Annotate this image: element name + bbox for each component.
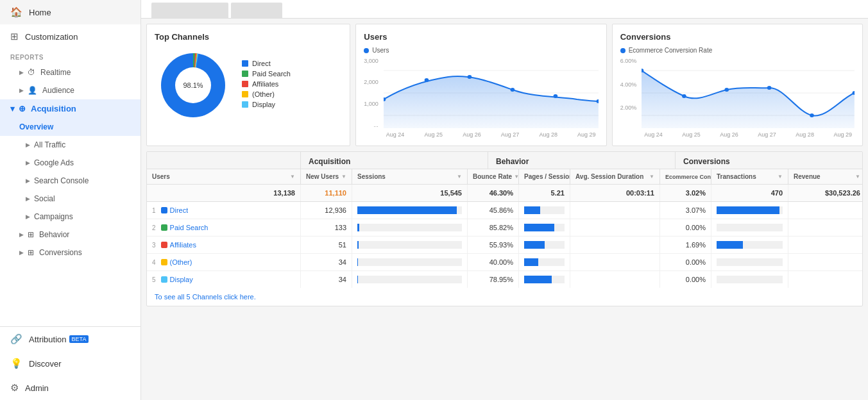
row-rank-4: 5 bbox=[152, 276, 156, 283]
tab-bar bbox=[141, 0, 868, 19]
row-channel-2: 3 Affiliates bbox=[147, 237, 301, 253]
behavior-icon: ⊞ bbox=[28, 230, 34, 239]
sidebar-item-conversions[interactable]: ▶ ⊞ Conversions bbox=[0, 244, 140, 262]
col-avg-sort[interactable]: ▼ bbox=[649, 174, 654, 179]
row-pages-3 bbox=[570, 254, 660, 271]
sidebar-sub-search-console[interactable]: ▶ Search Console bbox=[0, 172, 140, 190]
sidebar-sub-social[interactable]: ▶ Social bbox=[0, 190, 140, 208]
row-rank-0: 1 bbox=[152, 207, 156, 214]
users-y-axis: 3,000 2,000 1,000 ... bbox=[364, 58, 381, 128]
col-new-users-label: New Users bbox=[306, 173, 339, 180]
svg-point-8 bbox=[510, 88, 515, 92]
conv-y-2: 2.00% bbox=[620, 104, 637, 111]
row-revenue-1 bbox=[788, 219, 865, 236]
sidebar-item-admin-label: Admin bbox=[25, 383, 49, 393]
row-channel-name-1[interactable]: Paid Search bbox=[170, 224, 208, 231]
row-bounce-bar-fill-0 bbox=[524, 206, 540, 214]
col-bounce-label: Bounce Rate bbox=[473, 173, 512, 180]
sidebar-sub-google-ads[interactable]: ▶ Google Ads bbox=[0, 154, 140, 172]
sidebar-sub-overview[interactable]: Overview bbox=[0, 118, 140, 136]
svg-point-7 bbox=[467, 75, 472, 79]
col-sessions-sort[interactable]: ▼ bbox=[457, 174, 462, 179]
col-sessions-label: Sessions bbox=[357, 173, 386, 180]
sidebar-item-customization[interactable]: ⊞ Customization bbox=[0, 24, 140, 49]
legend-label-other: (Other) bbox=[252, 90, 275, 98]
row-conv-bar-0 bbox=[711, 202, 788, 219]
legend-affiliates: Affiliates bbox=[242, 80, 291, 88]
row-new-users-bar-cont-4 bbox=[357, 276, 462, 283]
sidebar-sub-social-label: Social bbox=[34, 194, 55, 203]
row-conv-bar-2 bbox=[711, 237, 788, 253]
row-channel-name-3[interactable]: (Other) bbox=[170, 258, 192, 266]
table-col-headers: Users ▼ New Users ▼ Sessions ▼ Bounce Ra… bbox=[147, 169, 862, 185]
totals-pages: 5.21 bbox=[519, 185, 570, 201]
col-revenue-sort[interactable]: ▼ bbox=[855, 174, 860, 179]
users-chart-card: Users Users 3,000 2,000 1,000 ... bbox=[355, 24, 606, 146]
users-chart-legend: Users bbox=[364, 47, 598, 54]
row-pages-0 bbox=[570, 202, 660, 219]
row-users-4: 34 bbox=[301, 271, 352, 288]
sidebar-sub-campaigns[interactable]: ▶ Campaigns bbox=[0, 208, 140, 226]
col-users-label: Users bbox=[152, 173, 170, 180]
row-conv-bar-cont-1 bbox=[717, 224, 783, 231]
row-new-users-bar-2 bbox=[352, 237, 468, 253]
row-channel-1: 2 Paid Search bbox=[147, 219, 301, 236]
row-conv-rate-2: 1.69% bbox=[660, 237, 711, 253]
sidebar-bottom-section: 🔗 Attribution BETA 💡 Discover ⚙ Admin bbox=[0, 326, 140, 400]
sidebar-item-realtime[interactable]: ▶ ⏱ Realtime bbox=[0, 63, 140, 81]
sidebar-item-discover[interactable]: 💡 Discover bbox=[0, 351, 140, 376]
table-row: 4 (Other) 34 40.00% 0.00% bbox=[147, 254, 862, 271]
row-pages-2 bbox=[570, 237, 660, 253]
row-rank-1: 2 bbox=[152, 224, 156, 231]
svg-point-18 bbox=[810, 113, 814, 117]
row-users-val-1: 133 bbox=[335, 224, 346, 231]
tab-2[interactable] bbox=[231, 3, 282, 18]
users-y-bottom: ... bbox=[364, 122, 379, 128]
row-new-users-bar-fill-3 bbox=[357, 258, 358, 266]
sidebar-item-home[interactable]: 🏠 Home bbox=[0, 0, 140, 24]
social-arrow-icon: ▶ bbox=[26, 196, 30, 202]
data-table: Acquisition Behavior Conversions Users ▼… bbox=[146, 151, 863, 306]
users-y-3000: 3,000 bbox=[364, 58, 379, 64]
users-x-labels: Aug 24 Aug 25 Aug 26 Aug 27 Aug 28 Aug 2… bbox=[384, 131, 599, 138]
users-x-aug24: Aug 24 bbox=[386, 131, 405, 138]
main-content: Top Channels 98.1% bbox=[141, 0, 868, 400]
row-conv-bar-4 bbox=[711, 271, 788, 288]
col-users-sort[interactable]: ▼ bbox=[290, 174, 295, 179]
tab-1[interactable] bbox=[151, 3, 228, 18]
row-channel-name-4[interactable]: Display bbox=[170, 276, 193, 283]
conversions-chart-svg-container: Aug 24 Aug 25 Aug 26 Aug 27 Aug 28 Aug 2… bbox=[642, 58, 855, 138]
sidebar-item-acquisition-label: Acquisition bbox=[31, 104, 76, 113]
row-dot-3 bbox=[161, 259, 167, 265]
row-revenue-4 bbox=[788, 271, 865, 288]
sidebar-item-behavior[interactable]: ▶ ⊞ Behavior bbox=[0, 226, 140, 244]
pie-chart: 98.1% bbox=[155, 47, 232, 124]
row-channel-name-0[interactable]: Direct bbox=[170, 206, 189, 214]
sidebar-sub-all-traffic[interactable]: ▶ All Traffic bbox=[0, 136, 140, 154]
conversions-chart-legend-label: Ecommerce Conversion Rate bbox=[629, 47, 713, 54]
sidebar-item-audience[interactable]: ▶ 👤 Audience bbox=[0, 81, 140, 99]
sidebar-item-acquisition[interactable]: ▾ ⊕ Acquisition bbox=[0, 99, 140, 118]
conversions-x-labels: Aug 24 Aug 25 Aug 26 Aug 27 Aug 28 Aug 2… bbox=[642, 131, 855, 138]
col-revenue-label: Revenue bbox=[794, 173, 821, 180]
row-conv-bar-cont-3 bbox=[717, 258, 783, 266]
col-bounce-sort[interactable]: ▼ bbox=[514, 174, 519, 179]
sidebar-item-realtime-label: Realtime bbox=[40, 68, 71, 77]
legend-label-paid-search: Paid Search bbox=[252, 70, 291, 78]
row-dot-0 bbox=[161, 207, 167, 213]
users-chart-svg-container: Aug 24 Aug 25 Aug 26 Aug 27 Aug 28 Aug 2… bbox=[384, 58, 599, 138]
col-transactions-sort[interactable]: ▼ bbox=[778, 174, 783, 179]
table-footer-link[interactable]: here. bbox=[240, 293, 256, 301]
totals-sessions: 15,545 bbox=[352, 185, 468, 201]
row-channel-name-2[interactable]: Affiliates bbox=[170, 241, 196, 249]
row-bounce-bar-cont-3 bbox=[524, 258, 565, 266]
row-conv-bar-cont-4 bbox=[717, 276, 783, 283]
row-users-2: 51 bbox=[301, 237, 352, 253]
col-transactions: Transactions ▼ bbox=[711, 169, 788, 184]
users-x-aug25: Aug 25 bbox=[424, 131, 443, 138]
row-conv-rate-3: 0.00% bbox=[660, 254, 711, 271]
col-new-users-sort[interactable]: ▼ bbox=[341, 174, 346, 179]
users-y-1000: 1,000 bbox=[364, 101, 379, 107]
sidebar-item-admin[interactable]: ⚙ Admin bbox=[0, 376, 140, 400]
sidebar-item-attribution[interactable]: 🔗 Attribution BETA bbox=[0, 327, 140, 351]
